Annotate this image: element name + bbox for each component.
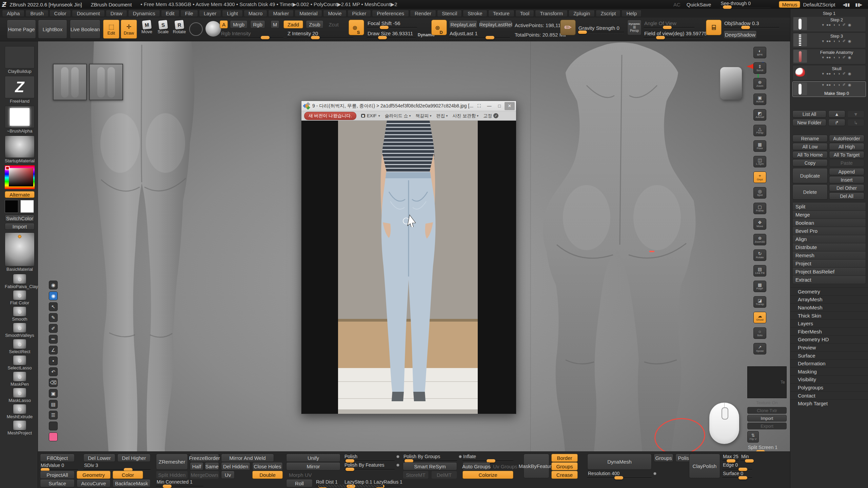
store-mt-button[interactable]: StoreMT <box>403 471 429 479</box>
new-folder-button[interactable]: New Folder <box>792 119 826 126</box>
home-page-button[interactable]: Home Page <box>7 20 36 39</box>
subtool-row[interactable]: Step 3 ▾ ●● ◖ ◑ ✐ ◉ <box>792 33 866 48</box>
all-to-target-button[interactable]: All To Target <box>829 151 864 158</box>
alpha-channel-badge[interactable]: A <box>220 20 228 28</box>
action-button[interactable]: Merge <box>792 211 866 219</box>
color-toggle[interactable]: Color <box>113 471 143 479</box>
polypaint-brush-icon[interactable]: ✐ <box>843 55 846 60</box>
brush-claybuildup[interactable]: ClayBuildup <box>5 46 35 74</box>
viewer-maximize-icon[interactable]: □ <box>494 102 505 110</box>
alternate-button[interactable]: Alternate <box>5 191 35 198</box>
bookmark-menu[interactable]: 책갈피 <box>415 113 431 119</box>
see-through-slider[interactable]: See-through 0 <box>720 1 771 8</box>
shelf-button[interactable]: △ Persp <box>753 125 766 136</box>
viewer-fullscreen-icon[interactable]: ⛶ <box>474 102 484 110</box>
zremesher-button[interactable]: ZRemesher <box>156 454 188 470</box>
contrast-icon[interactable]: ◑ <box>838 82 840 87</box>
menu-item[interactable]: Picker <box>348 10 371 17</box>
tray-left-icon[interactable]: ◂❏ <box>865 2 868 7</box>
palette-section[interactable]: Contact <box>790 391 868 400</box>
menu-item[interactable]: Stencil <box>437 10 462 17</box>
palette-section[interactable]: ArrayMesh <box>790 296 868 304</box>
clone-texture-button[interactable]: Clone Txtr <box>747 407 787 414</box>
m-button[interactable]: M <box>271 20 279 28</box>
dynamesh-groups-button[interactable]: Groups <box>654 454 673 462</box>
visibility-eye-icon[interactable]: ◉ <box>848 55 851 60</box>
exif-button[interactable]: ◙EXIF <box>361 113 380 118</box>
tool-icon-button[interactable]: ∠ <box>49 346 58 354</box>
menu-item[interactable]: Render <box>410 10 436 17</box>
duplicate-button[interactable]: Duplicate <box>792 168 828 183</box>
sdiv-slider[interactable]: SDiv 3 <box>83 463 151 471</box>
tool-icon-button[interactable]: ✎ <box>49 313 58 322</box>
move-out-folder-button[interactable]: ↱ <box>828 119 845 126</box>
replay-last-rel-button[interactable]: ReplayLastRel <box>479 20 512 28</box>
dynamic-brush-icon[interactable]: ◎D <box>431 20 447 35</box>
colorize-toggle[interactable]: Colorize <box>462 471 513 479</box>
uv-button[interactable]: Uv <box>221 471 235 479</box>
basic-material[interactable]: BasicMaterial <box>5 232 35 272</box>
menu-item[interactable]: Preferences <box>372 10 409 17</box>
del-mt-button[interactable]: DelMT <box>431 471 457 479</box>
palette-section[interactable]: Deformation <box>790 359 868 367</box>
menu-item[interactable]: Movie <box>323 10 346 17</box>
palette-section[interactable]: Surface <box>790 351 868 360</box>
pair-icon[interactable]: ●● <box>826 71 831 76</box>
border-toggle[interactable]: Border <box>551 454 578 462</box>
texture-on-button[interactable]: Texture On <box>747 399 787 406</box>
visibility-eye-icon[interactable]: ◉ <box>848 71 851 76</box>
color-picker-gradient[interactable] <box>5 165 35 189</box>
del-other-button[interactable]: Del Other <box>829 184 864 191</box>
menu-item[interactable]: Dynamics <box>128 10 160 17</box>
tool-icon-button[interactable] <box>49 432 58 441</box>
slideshow-menu[interactable]: 슬라이드 쇼 <box>385 113 411 119</box>
left-tray-item[interactable]: ◍ MaskPen <box>5 371 35 387</box>
gravity-pencil-icon[interactable]: ✏ <box>560 20 576 35</box>
stroke-preview-icon[interactable] <box>189 22 203 36</box>
mrgb-button[interactable]: Mrgb <box>230 20 248 28</box>
project-all-button[interactable]: ProjectAll <box>40 471 75 479</box>
surface-slider[interactable]: Surface 0 <box>722 471 752 479</box>
render-camera-icon[interactable]: ⌸ <box>706 20 722 35</box>
tool-icon-button[interactable]: ⌫ <box>49 378 58 387</box>
menu-item[interactable]: Layer <box>199 10 221 17</box>
geometry-toggle[interactable]: Geometry <box>77 471 111 479</box>
draw-button[interactable]: ✛Draw <box>121 20 137 39</box>
edge-slider[interactable]: Edge 0 <box>722 462 752 470</box>
palette-section[interactable]: Geometry HD <box>790 336 868 344</box>
zsub-button[interactable]: Zsub <box>306 20 323 28</box>
tool-icon-button[interactable] <box>49 422 58 430</box>
viewer-close-icon[interactable]: ✕ <box>505 102 515 110</box>
left-tray-item[interactable]: ◍ Flat Color <box>5 290 35 305</box>
obj-shadow-slider[interactable]: ObjShadow 0.3 <box>724 20 779 28</box>
tool-icon-button[interactable]: ↶ <box>49 367 58 376</box>
shelf-button[interactable]: ◎ Spot <box>753 187 766 199</box>
cam-view-widget[interactable] <box>720 67 742 100</box>
contrast-icon[interactable]: ◑ <box>838 55 840 60</box>
shelf-button[interactable]: ◐ BPR <box>753 47 766 58</box>
reference-thumbnail-1[interactable] <box>53 64 87 100</box>
left-tray-item[interactable]: ◍ MaskLasso <box>5 388 35 403</box>
menu-item[interactable]: Macro <box>244 10 268 17</box>
menu-item[interactable]: Zplugin <box>569 10 595 17</box>
action-button[interactable]: Extract <box>792 276 866 284</box>
del-hidden-button[interactable]: Del Hidden <box>221 462 250 470</box>
crease-toggle[interactable]: Crease <box>551 471 578 479</box>
mask-by-feature-button[interactable]: MaskByFeature <box>524 454 549 478</box>
shelf-button[interactable]: ◪ Transp <box>753 296 766 308</box>
polish-slider[interactable]: Polish <box>344 454 395 462</box>
shelf-button[interactable]: ⇕ Scroll <box>753 62 766 74</box>
copy-button[interactable]: Copy <box>792 159 828 166</box>
action-button[interactable]: Distribute <box>792 243 866 251</box>
collapse-icon[interactable]: ▾ <box>822 39 824 43</box>
secondary-color-swatch[interactable] <box>20 200 34 213</box>
min-connected-slider[interactable]: Min Connected 1 <box>156 479 203 487</box>
menu-item[interactable]: Material <box>295 10 322 17</box>
left-tray-item[interactable]: ◍ Smooth <box>5 306 35 322</box>
palette-section[interactable]: NanoMesh <box>790 303 868 311</box>
del-lower-button[interactable]: Del Lower <box>83 454 115 462</box>
menus-button[interactable]: Menus <box>779 1 800 8</box>
move-into-folder-button[interactable]: ↳ <box>847 119 864 126</box>
subtool-row[interactable]: Make Step 0 ▾ ●● ◖ ◑ ✐ ◉ <box>792 81 866 97</box>
flip-v-button[interactable]: ⇅ Flip V <box>747 431 759 443</box>
